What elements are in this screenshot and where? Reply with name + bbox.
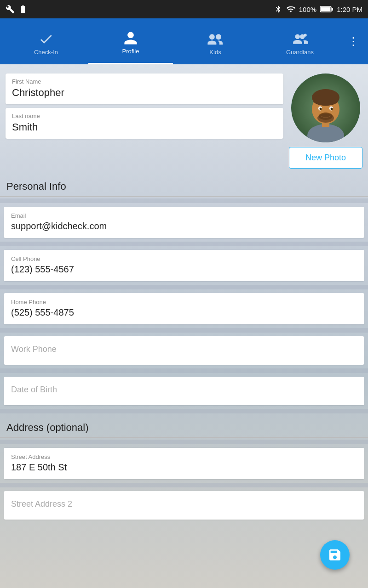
email-card[interactable]: Email support@kidcheck.com [4, 207, 364, 238]
last-name-label: Last name [12, 113, 277, 119]
nav-profile[interactable]: Profile [88, 18, 173, 64]
save-fab-button[interactable] [320, 540, 350, 570]
nav-kids-label: Kids [209, 49, 221, 56]
save-icon [328, 548, 342, 562]
svg-point-17 [320, 108, 322, 110]
svg-rect-2 [332, 8, 333, 11]
street-value: 187 E 50th St [11, 462, 357, 473]
profile-section: First Name Christopher Last name Smith [0, 64, 368, 174]
divider-3 [0, 285, 368, 289]
svg-point-4 [216, 34, 221, 40]
divider-1 [0, 198, 368, 203]
nav-check-in[interactable]: Check-In [4, 18, 88, 64]
work-phone-label: Work Phone [11, 345, 357, 354]
kids-icon [207, 31, 224, 47]
status-bar: 100% 1:20 PM [0, 0, 368, 18]
street-address2-card[interactable]: Street Address 2 [4, 491, 364, 520]
battery-percent: 100% [299, 6, 316, 13]
nav-profile-label: Profile [122, 48, 139, 55]
new-photo-button[interactable]: New Photo [289, 147, 362, 169]
name-fields: First Name Christopher Last name Smith [6, 74, 283, 139]
nav-check-in-label: Check-In [34, 49, 58, 56]
avatar [291, 74, 360, 142]
profile-icon [123, 30, 138, 46]
street2-label: Street Address 2 [11, 499, 357, 509]
email-label: Email [11, 212, 357, 219]
svg-point-7 [304, 34, 306, 36]
photo-section: New Photo [289, 74, 362, 169]
nav-bar: Check-In Profile Kids Guardians ⋮ [0, 18, 368, 64]
cell-phone-card[interactable]: Cell Phone (123) 555-4567 [4, 250, 364, 281]
divider-8 [0, 483, 368, 487]
nav-guardians[interactable]: Guardians [258, 18, 342, 64]
email-value: support@kidcheck.com [11, 221, 357, 232]
nav-more-button[interactable]: ⋮ [342, 36, 364, 47]
dob-card[interactable]: Date of Birth [4, 377, 364, 405]
wifi-icon [286, 5, 295, 14]
check-in-icon [38, 31, 54, 47]
cell-phone-label: Cell Phone [11, 255, 357, 262]
battery-icon [320, 6, 333, 13]
battery-small-icon [18, 5, 28, 14]
work-phone-card[interactable]: Work Phone [4, 336, 364, 365]
bluetooth-icon [274, 5, 282, 13]
divider-5 [0, 368, 368, 373]
first-name-value: Christopher [12, 87, 277, 99]
status-bar-right: 100% 1:20 PM [274, 5, 362, 14]
home-phone-label: Home Phone [11, 299, 357, 305]
last-name-value: Smith [12, 121, 277, 133]
nav-kids[interactable]: Kids [173, 18, 258, 64]
street-label: Street Address [11, 453, 357, 460]
first-name-card[interactable]: First Name Christopher [6, 74, 283, 104]
time-display: 1:20 PM [337, 6, 362, 13]
svg-point-14 [313, 95, 339, 106]
svg-point-5 [295, 34, 300, 39]
svg-rect-1 [321, 7, 331, 11]
address-header: Address (optional) [0, 415, 368, 438]
divider-6 [0, 409, 368, 413]
svg-point-18 [331, 108, 333, 110]
divider-4 [0, 328, 368, 333]
home-phone-card[interactable]: Home Phone (525) 555-4875 [4, 293, 364, 324]
last-name-card[interactable]: Last name Smith [6, 108, 283, 139]
personal-info-header: Personal Info [0, 174, 368, 197]
tool-icon [6, 5, 15, 14]
dob-label: Date of Birth [11, 385, 357, 395]
cell-phone-value: (123) 555-4567 [11, 264, 357, 275]
page-content: First Name Christopher Last name Smith [0, 64, 368, 588]
street-address-card[interactable]: Street Address 187 E 50th St [4, 448, 364, 479]
nav-guardians-label: Guardians [286, 49, 314, 56]
divider-7 [0, 440, 368, 444]
divider-2 [0, 242, 368, 246]
status-bar-left [6, 5, 28, 14]
guardians-icon [291, 31, 309, 47]
first-name-label: First Name [12, 78, 277, 85]
home-phone-value: (525) 555-4875 [11, 307, 357, 318]
svg-point-3 [209, 34, 215, 40]
svg-point-21 [317, 113, 334, 123]
